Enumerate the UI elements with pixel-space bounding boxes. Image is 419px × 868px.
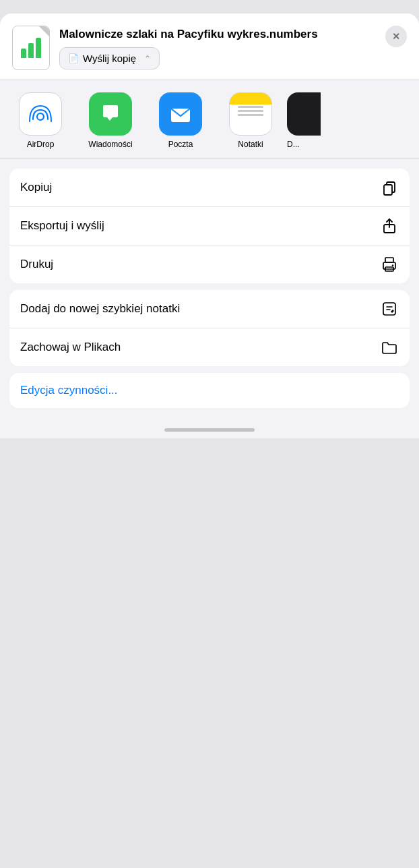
copy-icon [380, 178, 399, 197]
export-icon [380, 216, 399, 235]
print-label: Drukuj [20, 258, 53, 271]
airdrop-icon [19, 92, 62, 136]
quick-note-label: Dodaj do nowej szybkiej notatki [20, 302, 180, 316]
chevron-icon: ⌃ [144, 54, 151, 63]
file-thumbnail [12, 26, 50, 70]
share-header: Malownicze szlaki na Pacyfiku wykres.num… [0, 13, 419, 80]
notes-label: Notatki [238, 140, 263, 149]
app-item-partial[interactable]: D... [287, 92, 321, 149]
airdrop-label: AirDrop [27, 140, 55, 149]
home-indicator-area [0, 408, 419, 438]
partial-label: D... [287, 140, 300, 149]
files-action[interactable]: Zachowaj w Plikach [9, 328, 410, 366]
quick-note-icon [380, 299, 399, 318]
doc-icon: 📄 [68, 53, 79, 63]
close-icon: ✕ [392, 31, 400, 42]
print-action[interactable]: Drukuj [9, 245, 410, 283]
quick-note-action[interactable]: Dodaj do nowej szybkiej notatki [9, 290, 410, 328]
app-item-mail[interactable]: Poczta [147, 92, 214, 149]
home-bar [164, 428, 255, 432]
send-copy-button[interactable]: 📄 Wyślij kopię ⌃ [59, 47, 160, 69]
svg-rect-9 [383, 303, 395, 315]
export-label: Eksportuj i wyślij [20, 219, 104, 233]
files-icon [380, 338, 399, 357]
header-text-area: Malownicze szlaki na Pacyfiku wykres.num… [59, 26, 376, 69]
edit-actions-button[interactable]: Edycja czynności... [9, 373, 410, 408]
copy-action[interactable]: Kopiuj [9, 169, 410, 207]
svg-point-8 [392, 264, 393, 266]
partial-icon [287, 92, 321, 136]
action-group-1: Kopiuj Eksportuj i wyślij [9, 169, 410, 283]
app-item-airdrop[interactable]: AirDrop [7, 92, 74, 149]
edit-actions-label: Edycja czynności... [20, 384, 118, 397]
file-title: Malownicze szlaki na Pacyfiku wykres.num… [59, 27, 376, 42]
notes-icon [229, 92, 272, 136]
files-label: Zachowaj w Plikach [20, 341, 121, 354]
svg-rect-3 [384, 185, 392, 195]
app-row-container: AirDrop Wiadomości Po [0, 80, 419, 159]
mail-label: Poczta [168, 140, 193, 149]
mail-icon [159, 92, 202, 136]
copy-label: Kopiuj [20, 181, 52, 194]
app-row: AirDrop Wiadomości Po [7, 92, 412, 149]
edit-actions-group: Edycja czynności... [9, 373, 410, 408]
action-group-2: Dodaj do nowej szybkiej notatki Zachowaj… [9, 290, 410, 366]
export-action[interactable]: Eksportuj i wyślij [9, 207, 410, 245]
messages-label: Wiadomości [88, 140, 132, 149]
actions-section: Kopiuj Eksportuj i wyślij [0, 159, 419, 408]
share-sheet: Malownicze szlaki na Pacyfiku wykres.num… [0, 13, 419, 438]
send-copy-label: Wyślij kopię [83, 53, 136, 64]
app-item-notes[interactable]: Notatki [217, 92, 284, 149]
close-button[interactable]: ✕ [385, 26, 407, 47]
svg-point-0 [37, 113, 44, 120]
app-item-messages[interactable]: Wiadomości [77, 92, 144, 149]
print-icon [380, 255, 399, 274]
svg-rect-5 [385, 258, 393, 262]
messages-icon [89, 92, 132, 136]
